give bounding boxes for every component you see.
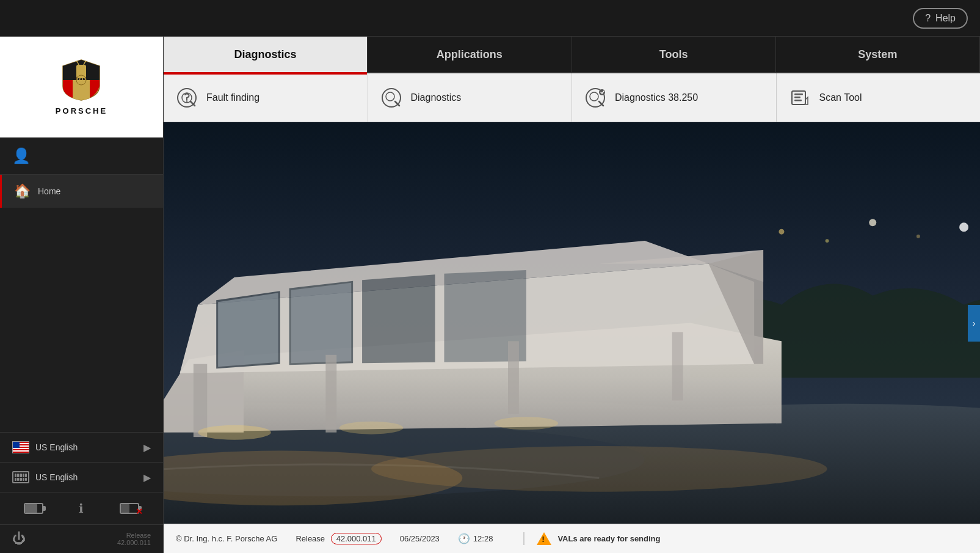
help-button[interactable]: ? Help <box>913 8 968 29</box>
release-version: 42.000.011 <box>117 539 151 546</box>
svg-point-9 <box>599 89 605 95</box>
footer-release-prefix: Release <box>296 534 325 543</box>
brand-label: PORSCHE <box>56 106 107 115</box>
diagnostics-version-icon <box>584 87 606 109</box>
nav-menu: Diagnostics Applications Tools System <box>164 37 980 73</box>
lang1-label: US English <box>35 442 78 452</box>
lang2-label: US English <box>35 472 78 482</box>
svg-point-6 <box>386 92 394 101</box>
battery-fill <box>25 504 37 513</box>
top-bar: ? Help <box>0 0 980 37</box>
svg-point-50 <box>339 422 404 434</box>
content-area: Diagnostics Applications Tools System <box>164 37 980 553</box>
nav-diagnostics-label: Diagnostics <box>234 48 297 61</box>
svg-point-49 <box>198 425 270 440</box>
sidebar: PORSCHE 👤 🏠 Home US English ▶ <box>0 37 164 553</box>
nav-tools[interactable]: Tools <box>572 37 776 72</box>
sidebar-lang2[interactable]: US English ▶ <box>0 462 163 492</box>
release-prefix: Release <box>117 532 151 539</box>
footer-release-number: 42.000.011 <box>331 533 382 544</box>
nav-diagnostics[interactable]: Diagnostics <box>164 37 368 72</box>
svg-marker-42 <box>291 283 352 363</box>
fault-finding-label: Fault finding <box>206 92 260 103</box>
clock-icon: 🕐 <box>458 533 470 544</box>
sidebar-logo: PORSCHE <box>0 37 163 137</box>
dropdown-area: Fault finding Diagnostics <box>164 73 980 122</box>
porsche-logo: PORSCHE <box>56 59 107 115</box>
svg-point-4 <box>186 101 188 103</box>
flag-us-icon <box>12 441 29 453</box>
svg-point-15 <box>779 229 784 235</box>
question-icon: ? <box>925 13 931 24</box>
person-icon: 👤 <box>12 147 31 164</box>
footer-release: Release 42.000.011 <box>296 534 381 543</box>
svg-rect-48 <box>672 332 683 400</box>
svg-point-17 <box>869 219 876 226</box>
diagnostics-version-label: Diagnostics 38.250 <box>615 92 698 103</box>
nav-applications-label: Applications <box>437 48 503 61</box>
battery-x-icon: ✕ <box>120 503 139 514</box>
sidebar-bottom-icons: ℹ ✕ <box>0 492 163 524</box>
footer: © Dr. Ing. h.c. F. Porsche AG Release 42… <box>164 524 980 553</box>
warning-icon <box>537 532 551 545</box>
footer-date: 06/25/2023 <box>400 534 440 543</box>
svg-rect-11 <box>794 93 803 95</box>
sidebar-user[interactable]: 👤 <box>0 137 163 175</box>
svg-rect-45 <box>194 364 207 437</box>
home-icon: 🏠 <box>14 183 31 199</box>
fault-finding-icon <box>176 87 198 109</box>
svg-point-53 <box>371 446 827 492</box>
diagnostics-icon <box>380 87 402 109</box>
scroll-right-button[interactable]: › <box>968 305 980 342</box>
dropdown-diagnostics[interactable]: Diagnostics <box>368 73 573 122</box>
svg-marker-41 <box>218 293 278 367</box>
sidebar-spacer <box>0 208 163 432</box>
nav-applications[interactable]: Applications <box>368 37 572 72</box>
footer-copyright: © Dr. Ing. h.c. F. Porsche AG <box>176 534 277 543</box>
sidebar-lang1[interactable]: US English ▶ <box>0 432 163 462</box>
footer-status-text: VALs are ready for sending <box>557 534 660 543</box>
battery-icon <box>24 503 43 514</box>
hero-image: › <box>164 122 980 524</box>
svg-point-51 <box>495 417 559 430</box>
svg-point-18 <box>916 235 920 238</box>
svg-point-16 <box>826 239 829 243</box>
nav-system-label: System <box>858 48 897 61</box>
dropdown-diagnostics-version[interactable]: Diagnostics 38.250 <box>572 73 777 122</box>
footer-status: VALs are ready for sending <box>523 532 968 545</box>
dropdown-fault-finding[interactable]: Fault finding <box>164 73 368 122</box>
svg-rect-13 <box>794 100 802 101</box>
svg-rect-12 <box>794 97 800 98</box>
sidebar-home-item[interactable]: 🏠 Home <box>0 175 163 208</box>
power-icon[interactable]: ⏻ <box>12 531 26 547</box>
scan-tool-label: Scan Tool <box>819 92 862 103</box>
nav-system[interactable]: System <box>776 37 980 72</box>
footer-time-value: 12:28 <box>473 534 493 543</box>
lang1-arrow-icon: ▶ <box>143 442 151 453</box>
diagnostics-label: Diagnostics <box>411 92 462 103</box>
release-info: Release 42.000.011 <box>117 532 151 546</box>
footer-time: 🕐 12:28 <box>458 533 493 544</box>
porsche-crest <box>60 59 103 101</box>
svg-point-19 <box>959 222 968 232</box>
home-label: Home <box>38 186 60 196</box>
main-area: PORSCHE 👤 🏠 Home US English ▶ <box>0 37 980 553</box>
x-icon: ✕ <box>136 507 143 516</box>
help-label: Help <box>935 13 956 24</box>
sidebar-power-area: ⏻ Release 42.000.011 <box>0 524 163 553</box>
svg-rect-47 <box>508 341 519 414</box>
scan-tool-icon <box>789 87 811 109</box>
keyboard-icon <box>12 471 29 483</box>
lang2-arrow-icon: ▶ <box>143 472 151 483</box>
chevron-right-icon: › <box>973 318 976 328</box>
nav-tools-label: Tools <box>659 48 688 61</box>
info-icon: ℹ <box>79 501 84 516</box>
svg-point-8 <box>590 92 598 101</box>
svg-rect-46 <box>325 355 336 433</box>
svg-marker-39 <box>362 274 435 363</box>
dropdown-scan-tool[interactable]: Scan Tool <box>777 73 981 122</box>
